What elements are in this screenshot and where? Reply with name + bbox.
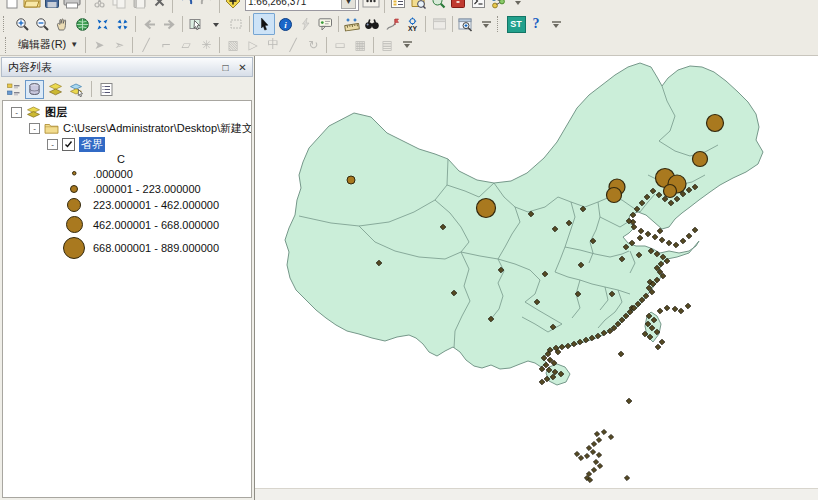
layer-checkbox[interactable]	[62, 138, 75, 151]
go-back-extent-icon	[142, 18, 157, 31]
st-tool-button[interactable]: ST	[506, 14, 526, 34]
standard-toolbar: 1:66,266,371▼	[0, 0, 818, 13]
rectangle-tool-button[interactable]: ▭	[330, 35, 350, 55]
cut-button[interactable]	[89, 0, 109, 11]
list-by-selection-button[interactable]	[67, 80, 86, 99]
editor-menu-button[interactable]: 编辑器(R)▼	[14, 34, 82, 56]
sea-dot-symbol	[624, 475, 629, 480]
search-window-button[interactable]	[428, 0, 448, 11]
legend-label: 223.000001 - 462.000000	[93, 199, 219, 211]
catalog-button[interactable]	[408, 0, 428, 11]
magnifier-window-button[interactable]	[456, 14, 476, 34]
select-features-button[interactable]	[186, 14, 206, 34]
find-button[interactable]	[362, 14, 382, 34]
find-route-button[interactable]	[382, 14, 402, 34]
fixed-zoom-in-button[interactable]	[92, 14, 112, 34]
arctoolbox-button[interactable]	[448, 0, 468, 11]
new-document-icon	[5, 0, 19, 10]
go-back-extent-button[interactable]	[139, 14, 159, 34]
coastal-dot-symbol	[539, 366, 545, 372]
print-button[interactable]	[62, 0, 82, 11]
list-by-visibility-button[interactable]	[46, 80, 65, 99]
map-scale-combobox[interactable]: 1:66,266,371▼	[245, 0, 359, 11]
clear-selection-button[interactable]	[226, 14, 246, 34]
cut-polygons-button[interactable]: 中	[263, 35, 283, 55]
toc-titlebar[interactable]: 内容列表 □ ✕	[1, 57, 253, 77]
table-of-contents-button[interactable]	[388, 0, 408, 11]
delete-button[interactable]	[149, 0, 169, 11]
edit-annotation-button[interactable]: ➣	[109, 35, 129, 55]
edit-tool-button[interactable]: ➤	[89, 35, 109, 55]
list-by-drawing-order-button[interactable]	[4, 80, 23, 99]
go-forward-extent-button[interactable]	[159, 14, 179, 34]
python-window-button[interactable]	[468, 0, 488, 11]
expander-toggle[interactable]: -	[47, 139, 58, 150]
edit-vertices-button[interactable]: ▧	[223, 35, 243, 55]
toolbar-overflow-button[interactable]	[397, 35, 417, 55]
legend-item[interactable]: 668.000001 - 889.000000	[3, 235, 251, 261]
editor-menu-label: 编辑器(R)	[18, 37, 66, 52]
zoom-in-button[interactable]	[12, 14, 32, 34]
viewer-window-button[interactable]	[429, 14, 449, 34]
split-tool-button[interactable]: ╱	[283, 35, 303, 55]
legend-item[interactable]: .000001 - 223.000000	[3, 181, 251, 196]
coastal-dot-symbol	[692, 227, 698, 233]
select-elements-button[interactable]	[253, 13, 275, 35]
toolbar-separator	[91, 81, 92, 97]
go-to-xy-button[interactable]: XY	[402, 14, 422, 34]
straight-segment-button[interactable]: ╱	[136, 35, 156, 55]
layer-name-label[interactable]: 省界	[79, 137, 105, 152]
copy-button[interactable]	[109, 0, 129, 11]
save-button[interactable]	[42, 0, 62, 11]
arc-segment-button[interactable]: ⌐	[156, 35, 176, 55]
map-viewport[interactable]	[255, 56, 818, 500]
legend-item[interactable]: .000000	[3, 166, 251, 181]
zoom-out-button[interactable]	[32, 14, 52, 34]
toc-options-button[interactable]	[97, 80, 116, 99]
toolbar-separator	[135, 16, 136, 32]
full-extent-button[interactable]	[72, 14, 92, 34]
html-popup-icon	[318, 17, 333, 32]
select-dropdown-button[interactable]	[206, 14, 226, 34]
new-document-button[interactable]	[2, 0, 22, 11]
midpoint-tool-button[interactable]: ✳	[196, 35, 216, 55]
toolbar-overflow-button[interactable]	[546, 14, 566, 34]
attributes-window-button[interactable]: ▤	[377, 35, 397, 55]
undo-button[interactable]	[176, 0, 196, 11]
graduated-symbol	[693, 152, 708, 167]
group-path-label[interactable]: C:\Users\Administrator\Desktop\新建文件夹	[63, 121, 251, 136]
horizontal-scrollbar[interactable]	[255, 488, 818, 500]
reshape-feature-button[interactable]: ▷	[243, 35, 263, 55]
identify-button[interactable]: i	[275, 14, 295, 34]
toolbar-options-button[interactable]	[361, 0, 381, 11]
toolbar-overflow-button[interactable]	[476, 14, 496, 34]
hyperlink-button[interactable]	[295, 14, 315, 34]
expander-toggle[interactable]: -	[29, 123, 40, 134]
toc-close-button[interactable]: ✕	[236, 62, 249, 73]
polygon-tool-button[interactable]: ▦	[350, 35, 370, 55]
legend-symbol-icon	[57, 236, 91, 260]
paste-button[interactable]	[129, 0, 149, 11]
add-data-button[interactable]	[223, 0, 243, 11]
coastal-dot-symbol	[659, 237, 665, 243]
rotate-tool-button[interactable]: ↻	[303, 35, 323, 55]
legend-item[interactable]: 462.000001 - 668.000000	[3, 214, 251, 235]
pan-button[interactable]	[52, 14, 72, 34]
trace-tool-button[interactable]: ▱	[176, 35, 196, 55]
list-by-source-button[interactable]	[25, 80, 44, 99]
toc-maximize-button[interactable]: □	[219, 62, 232, 73]
redo-button[interactable]	[196, 0, 216, 11]
measure-button[interactable]	[342, 14, 362, 34]
expander-toggle[interactable]: -	[11, 107, 22, 118]
fixed-zoom-out-button[interactable]	[112, 14, 132, 34]
legend-item[interactable]: 223.000001 - 462.000000	[3, 196, 251, 214]
model-builder-button[interactable]	[488, 0, 508, 11]
toolbar-overflow-button[interactable]	[508, 0, 528, 11]
dataframe-label[interactable]: 图层	[45, 105, 67, 120]
html-popup-button[interactable]	[315, 14, 335, 34]
sea-dot-symbol	[591, 441, 596, 446]
toolbar-separator	[249, 16, 250, 32]
combo-dropdown-arrow-icon[interactable]: ▼	[341, 0, 356, 9]
open-file-button[interactable]	[22, 0, 42, 11]
help-button[interactable]: ?	[526, 14, 546, 34]
